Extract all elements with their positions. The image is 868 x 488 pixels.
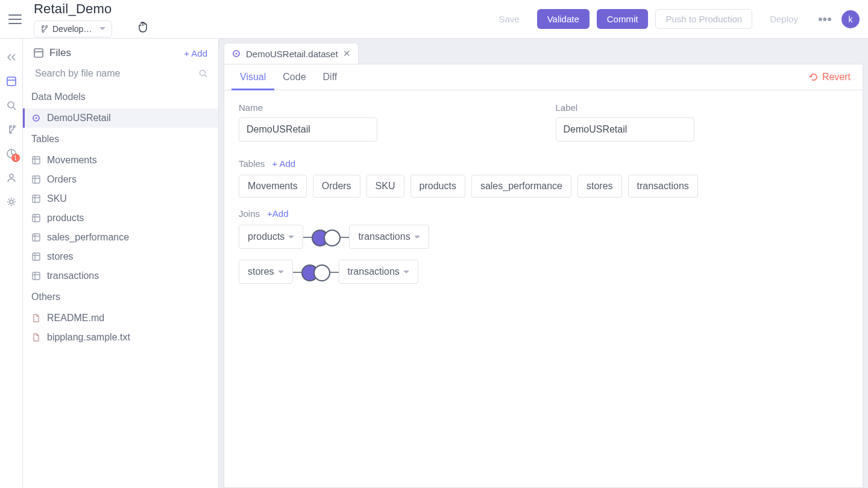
file-item-table[interactable]: transactions: [23, 266, 218, 286]
add-file-button[interactable]: + Add: [184, 48, 207, 58]
file-tab-strip: DemoUSRetail.dataset ✕: [224, 43, 863, 64]
dataset-label-input[interactable]: [556, 117, 694, 142]
user-avatar[interactable]: k: [841, 10, 860, 28]
branch-name: Developm…: [52, 24, 95, 34]
svg-point-3: [10, 174, 13, 178]
revert-button[interactable]: Revert: [809, 72, 855, 83]
table-chip[interactable]: Movements: [239, 175, 307, 198]
settings-rail-icon[interactable]: [5, 195, 18, 208]
hamburger-menu-icon[interactable]: [8, 14, 22, 24]
join-row: storestransactions: [239, 260, 848, 284]
git-rail-icon[interactable]: [5, 123, 18, 136]
table-chip[interactable]: transactions: [628, 175, 698, 198]
svg-point-1: [8, 102, 14, 108]
file-item-other[interactable]: bipplang.sample.txt: [23, 328, 218, 347]
dataset-tab-icon: [231, 49, 241, 58]
join-left-table[interactable]: products: [239, 225, 303, 249]
table-icon: [31, 252, 41, 261]
svg-rect-0: [7, 77, 16, 86]
file-item-label: Movements: [47, 155, 97, 166]
chevron-down-icon: [278, 271, 284, 274]
join-row: productstransactions: [239, 225, 848, 249]
joins-heading: Joins: [239, 208, 260, 219]
push-button[interactable]: Push to Production: [655, 9, 752, 29]
join-right-table[interactable]: transactions: [349, 225, 429, 249]
file-item-label: README.md: [47, 313, 104, 324]
file-item-table[interactable]: Orders: [23, 170, 218, 189]
close-tab-icon[interactable]: ✕: [343, 48, 351, 59]
editor-area: DemoUSRetail.dataset ✕ Visual Code Diff …: [219, 39, 868, 488]
file-icon: [31, 313, 41, 323]
deploy-button[interactable]: Deploy: [760, 9, 808, 29]
svg-rect-15: [33, 272, 40, 280]
table-icon: [31, 194, 41, 204]
file-item-table[interactable]: Movements: [23, 151, 218, 170]
user-rail-icon[interactable]: [5, 171, 18, 184]
join-left-table[interactable]: stores: [239, 260, 293, 284]
table-icon: [31, 155, 41, 165]
file-item-table[interactable]: sales_performance: [23, 228, 218, 247]
table-icon: [31, 175, 41, 184]
svg-point-17: [236, 53, 237, 55]
file-item-label: transactions: [47, 271, 99, 281]
name-label: Name: [239, 102, 532, 113]
add-table-button[interactable]: + Add: [272, 158, 295, 169]
join-type-icon[interactable]: [301, 264, 330, 279]
table-icon: [31, 213, 41, 223]
file-tab[interactable]: DemoUSRetail.dataset ✕: [224, 43, 359, 64]
file-item-label: SKU: [47, 193, 67, 204]
activity-rail-icon[interactable]: 1: [5, 147, 18, 160]
file-item-label: bipplang.sample.txt: [47, 332, 130, 343]
table-icon: [31, 271, 41, 281]
join-right-table[interactable]: transactions: [339, 260, 418, 284]
chevron-down-icon: [403, 271, 409, 274]
table-chip[interactable]: sales_performance: [471, 175, 571, 198]
file-item-label: products: [47, 213, 84, 224]
file-item-other[interactable]: README.md: [23, 308, 218, 328]
dataset-icon: [31, 113, 41, 123]
dataset-name-input[interactable]: [239, 117, 377, 142]
project-title: Retail_Demo: [34, 1, 112, 17]
file-item-label: sales_performance: [47, 232, 129, 243]
add-join-button[interactable]: +Add: [267, 208, 288, 219]
table-chip[interactable]: Orders: [313, 175, 360, 198]
svg-rect-10: [33, 176, 40, 183]
file-item-label: stores: [47, 251, 74, 262]
table-chip[interactable]: products: [410, 175, 465, 198]
table-chip[interactable]: SKU: [366, 175, 404, 198]
subtab-code[interactable]: Code: [274, 64, 314, 90]
file-item-table[interactable]: stores: [23, 247, 218, 266]
file-item-label: Orders: [47, 174, 77, 185]
svg-point-6: [200, 70, 206, 76]
svg-rect-14: [33, 253, 40, 260]
search-rail-icon[interactable]: [5, 99, 18, 112]
validate-button[interactable]: Validate: [537, 9, 590, 29]
file-item-demousretail[interactable]: DemoUSRetail: [23, 108, 218, 128]
file-tab-label: DemoUSRetail.dataset: [246, 49, 338, 59]
join-type-icon[interactable]: [312, 230, 341, 244]
file-item-table[interactable]: SKU: [23, 189, 218, 208]
files-rail-icon[interactable]: [5, 75, 18, 88]
svg-rect-5: [34, 49, 43, 57]
editor-subtabs: Visual Code Diff Revert: [224, 64, 863, 90]
svg-rect-9: [33, 157, 40, 164]
save-button[interactable]: Save: [488, 9, 529, 29]
revert-icon: [809, 72, 819, 82]
section-data-models: Data Models: [23, 86, 218, 108]
branch-selector[interactable]: Developm…: [34, 20, 112, 37]
table-chip[interactable]: stores: [577, 175, 622, 198]
file-search-input[interactable]: [34, 67, 199, 80]
tables-heading: Tables: [239, 158, 265, 169]
top-bar: Retail_Demo Developm… Save Validate Comm…: [0, 0, 868, 39]
files-header-icon: [34, 48, 43, 58]
collapse-panel-icon[interactable]: [5, 51, 18, 64]
subtab-visual[interactable]: Visual: [231, 64, 274, 90]
section-tables: Tables: [23, 128, 218, 151]
chevron-down-icon: [414, 236, 420, 239]
commit-button[interactable]: Commit: [597, 9, 649, 29]
file-item-table[interactable]: products: [23, 208, 218, 228]
subtab-diff[interactable]: Diff: [315, 64, 346, 90]
label-label: Label: [556, 102, 849, 113]
chevron-down-icon: [288, 236, 294, 239]
search-icon: [199, 69, 207, 78]
